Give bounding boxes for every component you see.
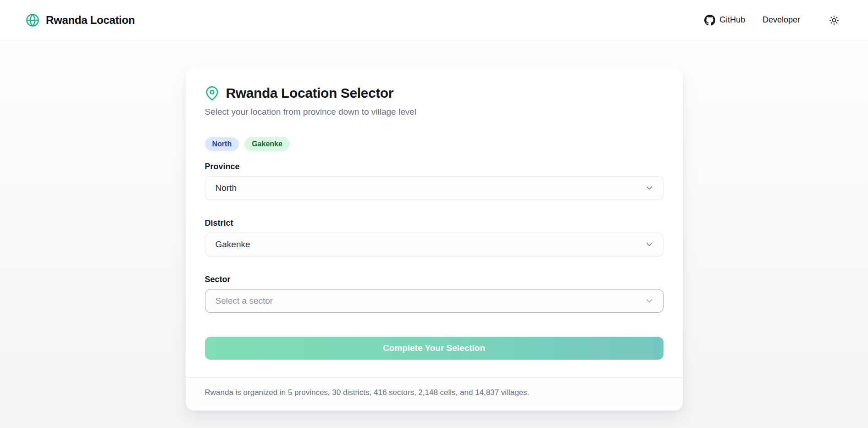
header-nav: GitHub Developer bbox=[704, 13, 841, 28]
selection-badges: North Gakenke bbox=[205, 137, 663, 151]
province-select-value: North bbox=[216, 183, 237, 193]
card-footer: Rwanda is organized in 5 provinces, 30 d… bbox=[186, 377, 683, 411]
sector-select[interactable]: Select a sector bbox=[205, 289, 663, 313]
complete-selection-button[interactable]: Complete Your Selection bbox=[205, 337, 663, 360]
theme-toggle-button[interactable] bbox=[827, 13, 841, 28]
district-label: District bbox=[205, 218, 663, 228]
developer-link-label: Developer bbox=[763, 15, 800, 25]
card-footer-note: Rwanda is organized in 5 provinces, 30 d… bbox=[205, 388, 663, 397]
chevron-down-icon bbox=[645, 296, 654, 306]
main-content: Rwanda Location Selector Select your loc… bbox=[0, 68, 868, 411]
province-field: Province North bbox=[205, 162, 663, 200]
location-selector-card: Rwanda Location Selector Select your loc… bbox=[186, 68, 683, 411]
sector-select-placeholder: Select a sector bbox=[216, 296, 273, 306]
app-header: Rwanda Location GitHub Developer bbox=[0, 0, 868, 40]
card-subtitle: Select your location from province down … bbox=[205, 107, 663, 117]
province-select[interactable]: North bbox=[205, 176, 663, 200]
sector-field: Sector Select a sector bbox=[205, 275, 663, 313]
sector-label: Sector bbox=[205, 275, 663, 284]
district-badge: Gakenke bbox=[244, 137, 290, 151]
district-select[interactable]: Gakenke bbox=[205, 233, 663, 256]
province-badge: North bbox=[205, 137, 239, 151]
developer-link[interactable]: Developer bbox=[763, 15, 800, 25]
chevron-down-icon bbox=[645, 240, 654, 249]
github-icon bbox=[704, 15, 715, 26]
sun-icon bbox=[829, 15, 839, 25]
brand-logo[interactable]: Rwanda Location bbox=[26, 13, 135, 27]
card-title: Rwanda Location Selector bbox=[226, 85, 393, 101]
brand-name: Rwanda Location bbox=[46, 14, 135, 27]
district-field: District Gakenke bbox=[205, 218, 663, 256]
globe-icon bbox=[26, 13, 39, 27]
github-link[interactable]: GitHub bbox=[704, 15, 745, 26]
province-label: Province bbox=[205, 162, 663, 172]
map-pin-icon bbox=[205, 86, 219, 100]
chevron-down-icon bbox=[645, 183, 654, 193]
github-link-label: GitHub bbox=[719, 15, 745, 25]
district-select-value: Gakenke bbox=[216, 239, 250, 250]
